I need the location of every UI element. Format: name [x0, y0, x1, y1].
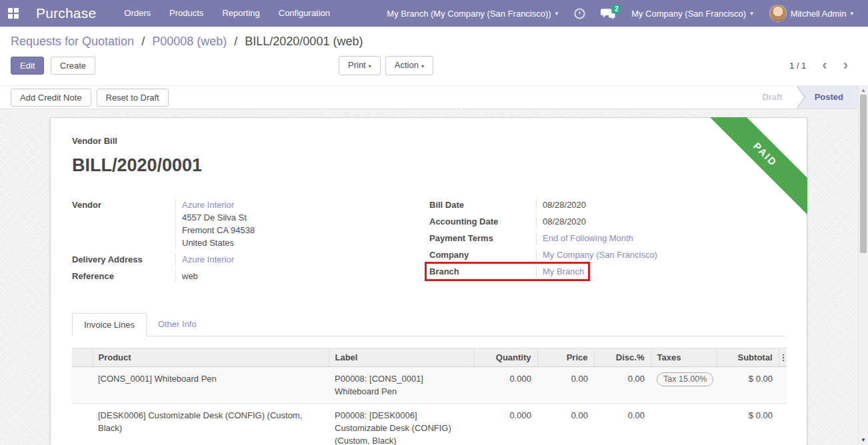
pager-previous-icon[interactable]: ‹	[822, 60, 827, 71]
pager-next-icon[interactable]: ›	[843, 60, 848, 71]
user-avatar	[769, 5, 787, 22]
status-states: Draft Posted	[749, 86, 858, 109]
cell-quantity: 0.000	[474, 367, 537, 404]
chevron-down-icon: ▾	[750, 10, 753, 17]
statusbar: Add Credit Note Reset to Draft Draft Pos…	[0, 85, 858, 109]
field-company: Company My Company (San Francisco)	[429, 248, 785, 261]
col-handle	[72, 348, 92, 367]
tab-other-info[interactable]: Other Info	[147, 313, 208, 336]
field-reference: Reference web	[72, 270, 429, 282]
optional-columns-icon[interactable]: ⋮	[779, 348, 787, 367]
bill-date-value: 08/28/2020	[536, 199, 785, 211]
apps-menu-icon[interactable]	[0, 0, 27, 27]
document-name: BILL/2020/0001	[72, 155, 785, 176]
cell-disc: 0.00	[594, 404, 651, 445]
cp-buttons-center: Print▾ Action▾	[339, 56, 433, 75]
messages-count-badge: 2	[611, 4, 621, 14]
breadcrumb-link-po[interactable]: P00008 (web)	[152, 35, 227, 48]
breadcrumb: Requests for Quotation / P00008 (web) / …	[11, 35, 857, 49]
messages-icon[interactable]: 2	[595, 0, 622, 27]
col-subtotal[interactable]: Subtotal	[716, 348, 779, 367]
cell-product: [CONS_0001] Whiteboard Pen	[92, 367, 329, 404]
col-quantity[interactable]: Quantity	[474, 348, 537, 367]
tax-badge: Tax 15.00%	[657, 372, 713, 386]
invoice-sheet: PAID Vendor Bill BILL/2020/0001 Vendor A…	[50, 117, 807, 445]
cell-price: 0.00	[537, 367, 594, 404]
tab-invoice-lines[interactable]: Invoice Lines	[72, 313, 147, 336]
document-type-label: Vendor Bill	[72, 136, 785, 146]
print-dropdown-button[interactable]: Print▾	[339, 56, 381, 75]
cell-product: [DESK0006] Customizable Desk (CONFIG) (C…	[92, 404, 329, 445]
vendor-link[interactable]: Azure Interior	[182, 200, 234, 210]
cell-taxes: Tax 15.00%	[651, 367, 716, 404]
action-dropdown-button[interactable]: Action▾	[385, 56, 433, 75]
payment-terms-link[interactable]: End of Following Month	[543, 233, 633, 243]
reference-value: web	[175, 270, 429, 282]
control-panel: Requests for Quotation / P00008 (web) / …	[0, 27, 868, 85]
col-product[interactable]: Product	[92, 348, 329, 367]
chevron-down-icon: ▾	[555, 10, 559, 17]
create-button[interactable]: Create	[51, 57, 95, 75]
cell-label: P00008: [CONS_0001] Whiteboard Pen	[329, 367, 474, 404]
accounting-date-value: 08/28/2020	[536, 215, 785, 228]
table-header-row: Product Label Quantity Price Disc.% Taxe…	[72, 348, 787, 367]
top-navbar: Purchase Orders Products Reporting Confi…	[0, 0, 868, 27]
cell-subtotal: $ 0.00	[716, 404, 779, 445]
status-draft[interactable]: Draft	[749, 86, 795, 109]
chevron-down-icon: ▾	[369, 63, 371, 69]
cell-subtotal: $ 0.00	[716, 367, 779, 404]
delivery-address-link[interactable]: Azure Interior	[182, 254, 234, 264]
col-disc[interactable]: Disc.%	[594, 348, 651, 367]
pager: 1 / 1 ‹ ›	[789, 60, 848, 71]
form-view-background: PAID Vendor Bill BILL/2020/0001 Vendor A…	[0, 109, 858, 445]
cell-quantity: 0.000	[474, 404, 537, 445]
field-payment-terms: Payment Terms End of Following Month	[429, 232, 785, 244]
menu-orders[interactable]: Orders	[115, 0, 160, 27]
status-posted[interactable]: Posted	[796, 86, 858, 109]
company-link[interactable]: My Company (San Francisco)	[543, 250, 657, 260]
cell-price: 0.00	[537, 404, 594, 445]
cp-buttons-left: Edit Create	[11, 57, 99, 75]
cell-taxes	[651, 404, 716, 445]
scrollbar-down-icon[interactable]: ▼	[859, 437, 868, 443]
col-label[interactable]: Label	[329, 348, 474, 367]
main-menu: Orders Products Reporting Configuration	[115, 0, 339, 27]
add-credit-note-button[interactable]: Add Credit Note	[11, 89, 91, 107]
branch-link[interactable]: My Branch	[543, 266, 584, 276]
table-row[interactable]: [DESK0006] Customizable Desk (CONFIG) (C…	[72, 404, 787, 445]
menu-reporting[interactable]: Reporting	[213, 0, 269, 27]
vertical-scrollbar[interactable]: ▲ ▼	[858, 85, 868, 445]
cell-disc: 0.00	[594, 367, 651, 404]
fields-right-column: Bill Date 08/28/2020 Accounting Date 08/…	[429, 199, 785, 286]
user-name: Mitchell Admin	[791, 9, 847, 19]
user-menu[interactable]: Mitchell Admin ▾	[763, 0, 860, 27]
chevron-down-icon: ▾	[850, 10, 853, 17]
cell-label: P00008: [DESK0006] Customizable Desk (CO…	[329, 404, 474, 445]
activities-clock-icon[interactable]	[567, 0, 592, 27]
chevron-down-icon: ▾	[421, 63, 424, 69]
menu-configuration[interactable]: Configuration	[269, 0, 339, 27]
scrollbar-thumb[interactable]	[860, 95, 867, 253]
breadcrumb-current: BILL/2020/0001 (web)	[245, 35, 363, 48]
scrollbar-up-icon[interactable]: ▲	[859, 87, 868, 93]
breadcrumb-link-rfq[interactable]: Requests for Quotation	[11, 35, 134, 48]
field-delivery-address: Delivery Address Azure Interior	[72, 253, 429, 266]
col-taxes[interactable]: Taxes	[651, 348, 716, 367]
field-bill-date: Bill Date 08/28/2020	[429, 199, 785, 211]
company-selector[interactable]: My Company (San Francisco) ▾	[625, 0, 759, 27]
field-branch: Branch My Branch	[429, 265, 785, 278]
pager-value[interactable]: 1 / 1	[789, 61, 806, 71]
systray: My Branch (My Company (San Francisco)) ▾…	[380, 0, 860, 27]
branch-selector[interactable]: My Branch (My Company (San Francisco)) ▾	[380, 0, 565, 27]
table-row[interactable]: [CONS_0001] Whiteboard Pen P00008: [CONS…	[72, 367, 787, 404]
vendor-address-line: United States	[182, 236, 429, 249]
invoice-lines-table: Product Label Quantity Price Disc.% Taxe…	[72, 348, 787, 445]
col-price[interactable]: Price	[537, 348, 594, 367]
fields-left-column: Vendor Azure Interior 4557 De Silva St F…	[72, 199, 429, 286]
vendor-address-line: Fremont CA 94538	[182, 224, 429, 236]
reset-to-draft-button[interactable]: Reset to Draft	[97, 89, 169, 107]
field-accounting-date: Accounting Date 08/28/2020	[429, 215, 785, 228]
edit-button[interactable]: Edit	[11, 57, 44, 75]
menu-products[interactable]: Products	[160, 0, 213, 27]
app-brand[interactable]: Purchase	[36, 5, 96, 21]
